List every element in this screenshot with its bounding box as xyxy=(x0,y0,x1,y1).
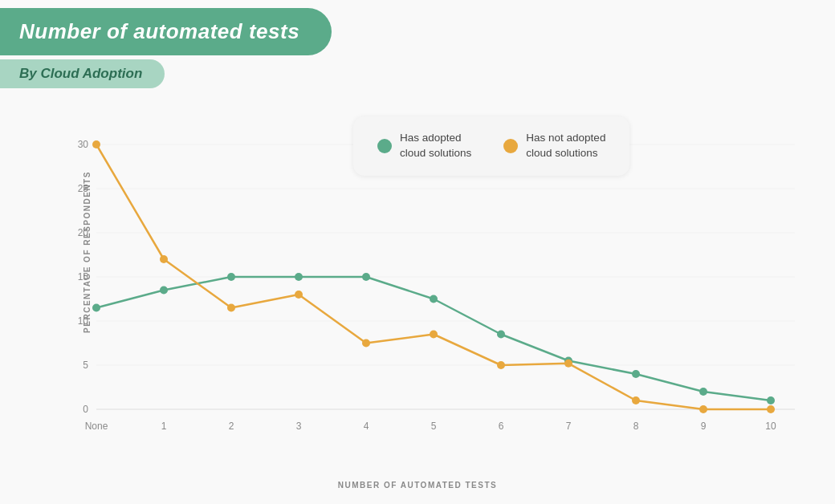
title-banner: Number of automated tests xyxy=(0,8,332,55)
svg-text:3: 3 xyxy=(296,421,302,432)
dot-adopted-0 xyxy=(92,304,100,312)
dot-notadopted-4 xyxy=(362,339,370,348)
subtitle-banner: By Cloud Adoption xyxy=(0,59,165,88)
dot-adopted-4 xyxy=(362,273,370,281)
svg-text:6: 6 xyxy=(499,421,504,432)
dot-notadopted-8 xyxy=(632,396,640,404)
legend-label-not-adopted: Has not adoptedcloud solutions xyxy=(526,131,605,161)
dot-adopted-5 xyxy=(430,295,438,303)
svg-text:25: 25 xyxy=(78,183,89,194)
svg-text:9: 9 xyxy=(701,421,707,432)
svg-text:15: 15 xyxy=(78,271,89,282)
svg-text:7: 7 xyxy=(566,421,572,432)
svg-text:None: None xyxy=(85,421,108,432)
dot-notadopted-9 xyxy=(699,405,707,413)
dot-notadopted-5 xyxy=(430,331,438,339)
chart-subtitle: By Cloud Adoption xyxy=(19,66,142,81)
svg-text:30: 30 xyxy=(78,139,89,150)
dot-notadopted-10 xyxy=(767,405,775,413)
dot-notadopted-2 xyxy=(227,304,235,312)
legend-dot-adopted xyxy=(377,139,392,153)
legend-adopted: Has adoptedcloud solutions xyxy=(377,131,471,161)
svg-text:0: 0 xyxy=(83,404,88,415)
legend-not-adopted: Has not adoptedcloud solutions xyxy=(503,131,605,161)
x-axis-label: NUMBER OF AUTOMATED TESTS xyxy=(338,481,497,490)
dot-notadopted-7 xyxy=(564,360,572,368)
dot-adopted-10 xyxy=(767,396,775,404)
dot-adopted-2 xyxy=(227,273,235,281)
chart-title: Number of automated tests xyxy=(19,19,299,43)
legend-label-adopted: Has adoptedcloud solutions xyxy=(400,131,471,161)
svg-text:10: 10 xyxy=(78,315,89,327)
dot-notadopted-3 xyxy=(295,291,303,299)
svg-text:2: 2 xyxy=(229,421,234,432)
svg-text:8: 8 xyxy=(633,421,639,432)
dot-adopted-8 xyxy=(632,370,640,378)
legend-box: Has adoptedcloud solutions Has not adopt… xyxy=(353,116,629,176)
svg-text:4: 4 xyxy=(364,421,369,432)
dot-adopted-1 xyxy=(160,287,168,295)
dot-adopted-9 xyxy=(699,388,707,396)
dot-notadopted-1 xyxy=(160,255,168,263)
svg-text:10: 10 xyxy=(765,421,776,432)
legend-dot-not-adopted xyxy=(503,139,518,153)
svg-text:20: 20 xyxy=(78,227,89,238)
svg-text:5: 5 xyxy=(431,421,437,432)
chart-container: Number of automated tests By Cloud Adopt… xyxy=(0,0,835,504)
dot-notadopted-0 xyxy=(92,140,100,148)
svg-text:5: 5 xyxy=(83,360,88,371)
dot-adopted-6 xyxy=(497,331,505,339)
dot-adopted-3 xyxy=(295,273,303,281)
dot-notadopted-6 xyxy=(497,361,505,369)
svg-text:1: 1 xyxy=(161,421,167,432)
